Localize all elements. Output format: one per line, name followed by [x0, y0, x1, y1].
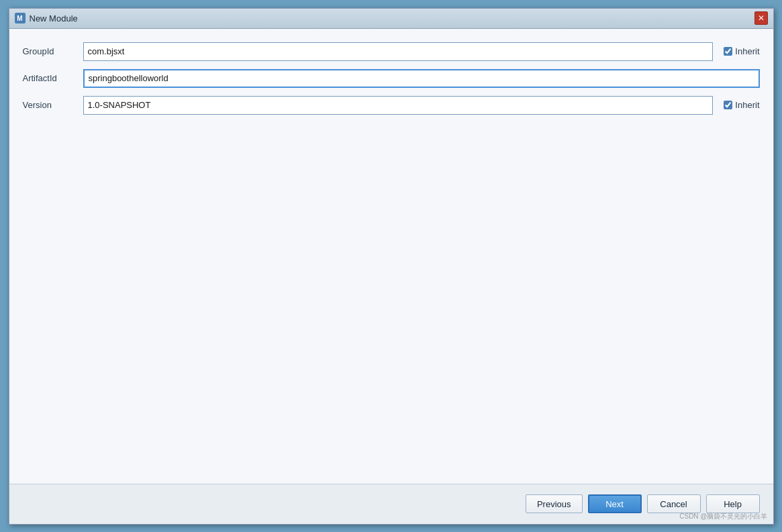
artifactid-input[interactable]	[83, 69, 760, 88]
watermark: CSDN @脑袋不灵光的小白羊	[679, 512, 767, 521]
version-label: Version	[23, 100, 77, 110]
dialog-content: GroupId Inherit ArtifactId Version Inher…	[9, 29, 773, 484]
previous-button[interactable]: Previous	[526, 494, 583, 513]
title-bar-left: M New Module	[15, 13, 78, 23]
version-inherit-area: Inherit	[724, 100, 759, 110]
groupid-label: GroupId	[23, 46, 77, 56]
dialog-window: M New Module ✕ GroupId Inherit ArtifactI…	[9, 8, 774, 525]
version-row: Version Inherit	[23, 96, 760, 115]
groupid-input[interactable]	[83, 42, 714, 61]
window-title: New Module	[30, 13, 78, 23]
groupid-inherit-area: Inherit	[724, 46, 759, 56]
version-inherit-label: Inherit	[735, 100, 759, 110]
version-input[interactable]	[83, 96, 714, 115]
artifactid-label: ArtifactId	[23, 73, 77, 83]
button-bar: Previous Next Cancel Help	[9, 484, 773, 524]
groupid-inherit-checkbox[interactable]	[724, 47, 732, 56]
artifactid-row: ArtifactId	[23, 69, 760, 88]
close-button[interactable]: ✕	[754, 11, 768, 25]
next-button[interactable]: Next	[588, 494, 642, 513]
cancel-button[interactable]: Cancel	[647, 494, 701, 513]
groupid-inherit-label: Inherit	[735, 46, 759, 56]
title-bar: M New Module ✕	[9, 9, 773, 29]
help-button[interactable]: Help	[706, 494, 760, 513]
version-inherit-checkbox[interactable]	[724, 101, 732, 109]
app-icon: M	[15, 13, 26, 23]
groupid-row: GroupId Inherit	[23, 42, 760, 61]
form-area: GroupId Inherit ArtifactId Version Inher…	[23, 42, 760, 115]
